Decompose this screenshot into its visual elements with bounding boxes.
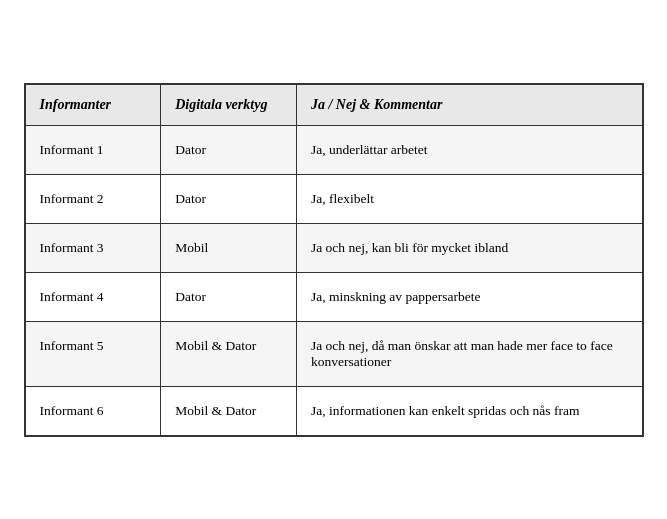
cell-tool: Mobil & Dator bbox=[161, 321, 297, 386]
header-informant: Informanter bbox=[25, 84, 161, 125]
table-row: Informant 6Mobil & DatorJa, informatione… bbox=[25, 386, 642, 435]
cell-tool: Mobil bbox=[161, 223, 297, 272]
table-row: Informant 4DatorJa, minskning av pappers… bbox=[25, 272, 642, 321]
header-tool: Digitala verktyg bbox=[161, 84, 297, 125]
table-row: Informant 5Mobil & DatorJa och nej, då m… bbox=[25, 321, 642, 386]
cell-comment: Ja, minskning av pappersarbete bbox=[296, 272, 642, 321]
cell-tool: Dator bbox=[161, 174, 297, 223]
data-table: Informanter Digitala verktyg Ja / Nej & … bbox=[25, 84, 643, 436]
cell-tool: Dator bbox=[161, 272, 297, 321]
cell-informant: Informant 1 bbox=[25, 125, 161, 174]
cell-comment: Ja och nej, då man önskar att man hade m… bbox=[296, 321, 642, 386]
main-table-container: Informanter Digitala verktyg Ja / Nej & … bbox=[24, 83, 644, 437]
cell-tool: Dator bbox=[161, 125, 297, 174]
table-row: Informant 3MobilJa och nej, kan bli för … bbox=[25, 223, 642, 272]
cell-comment: Ja, flexibelt bbox=[296, 174, 642, 223]
cell-informant: Informant 6 bbox=[25, 386, 161, 435]
cell-informant: Informant 4 bbox=[25, 272, 161, 321]
table-row: Informant 1DatorJa, underlättar arbetet bbox=[25, 125, 642, 174]
table-header-row: Informanter Digitala verktyg Ja / Nej & … bbox=[25, 84, 642, 125]
cell-informant: Informant 5 bbox=[25, 321, 161, 386]
cell-informant: Informant 3 bbox=[25, 223, 161, 272]
cell-comment: Ja och nej, kan bli för mycket ibland bbox=[296, 223, 642, 272]
cell-tool: Mobil & Dator bbox=[161, 386, 297, 435]
table-row: Informant 2DatorJa, flexibelt bbox=[25, 174, 642, 223]
cell-informant: Informant 2 bbox=[25, 174, 161, 223]
cell-comment: Ja, informationen kan enkelt spridas och… bbox=[296, 386, 642, 435]
cell-comment: Ja, underlättar arbetet bbox=[296, 125, 642, 174]
header-comment: Ja / Nej & Kommentar bbox=[296, 84, 642, 125]
